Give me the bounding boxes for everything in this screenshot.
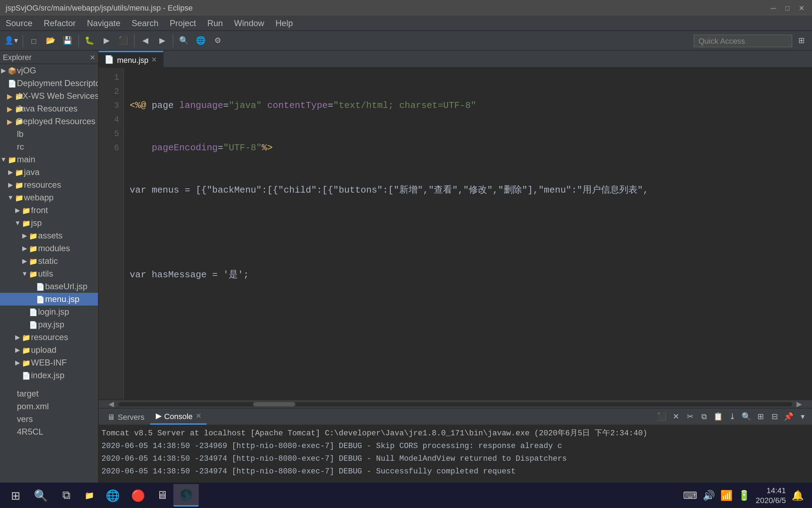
tree-label: 4R5CL bbox=[17, 427, 43, 437]
taskbar-app-3[interactable]: 🔴 bbox=[125, 484, 151, 507]
toolbar-search-btn[interactable]: 🔍 bbox=[176, 33, 192, 48]
taskbar-app-eclipse[interactable]: 🌑 bbox=[173, 484, 199, 507]
toolbar-globe-btn[interactable]: 🌐 bbox=[193, 33, 209, 48]
toolbar-back-btn[interactable]: ◀ bbox=[137, 33, 153, 48]
start-button[interactable]: ⊞ bbox=[3, 483, 28, 508]
tree-item-target[interactable]: target bbox=[0, 387, 98, 400]
tree-item-static[interactable]: ▶ 📁 static bbox=[0, 255, 98, 267]
tree-item-webinf[interactable]: ▶ 📁 WEB-INF bbox=[0, 356, 98, 369]
tree-item-lb[interactable]: lb bbox=[0, 128, 98, 140]
tree-item-menu-jsp[interactable]: 📄 menu.jsp bbox=[0, 293, 98, 306]
quick-access-input[interactable]: Quick Access bbox=[694, 34, 792, 47]
minimize-button[interactable]: ─ bbox=[768, 3, 778, 13]
tree-item-front[interactable]: ▶ 📁 front bbox=[0, 204, 98, 217]
toolbar-profile-btn[interactable]: 👤▾ bbox=[3, 33, 20, 48]
tree-item-login[interactable]: 📄 login.jsp bbox=[0, 306, 98, 318]
console-collapse-btn[interactable]: ⊟ bbox=[768, 410, 781, 423]
toolbar: 👤▾ □ 📂 💾 🐛 ▶ ⬛ ◀ ▶ 🔍 🌐 ⚙ Quick Access ⊞ bbox=[0, 31, 812, 51]
tree-item-resources[interactable]: ▶ 📁 resources bbox=[0, 179, 98, 191]
console-filter-btn[interactable]: 🔍 bbox=[740, 410, 753, 423]
menu-help[interactable]: Help bbox=[270, 16, 299, 30]
tree-item-pom[interactable]: pom.xml bbox=[0, 400, 98, 413]
tray-notifications-icon[interactable]: 🔔 bbox=[792, 490, 804, 501]
close-button[interactable]: ✕ bbox=[796, 3, 806, 13]
tray-network-icon[interactable]: 📶 bbox=[720, 490, 732, 501]
tree-item-java-resources[interactable]: ▶ 📁 Java Resources bbox=[0, 102, 98, 115]
tree-item-utils[interactable]: ▼ 📁 utils bbox=[0, 267, 98, 280]
folder-icon: 📁 bbox=[7, 156, 17, 163]
console-cut-btn[interactable]: ✂ bbox=[684, 410, 696, 423]
menu-refactor[interactable]: Refactor bbox=[38, 16, 81, 30]
toolbar-debug-btn[interactable]: 🐛 bbox=[82, 33, 97, 48]
menu-project[interactable]: Project bbox=[164, 16, 202, 30]
tree-item-vers[interactable]: vers bbox=[0, 413, 98, 425]
taskbar-app-4[interactable]: 🖥 bbox=[151, 484, 173, 507]
tree-item-modules[interactable]: ▶ 📁 modules bbox=[0, 242, 98, 255]
tray-keyboard-icon[interactable]: ⌨ bbox=[683, 490, 697, 501]
tree-arrow: ▶ bbox=[14, 359, 21, 366]
menu-window[interactable]: Window bbox=[228, 16, 270, 30]
tree-item-rc[interactable]: rc bbox=[0, 140, 98, 153]
tray-clock[interactable]: 14:41 2020/6/5 bbox=[756, 485, 786, 505]
tree-item-pay[interactable]: 📄 pay.jsp bbox=[0, 318, 98, 331]
toolbar-new-btn[interactable]: □ bbox=[26, 33, 42, 48]
console-paste-btn[interactable]: 📋 bbox=[712, 410, 725, 423]
tree-label: login.jsp bbox=[38, 307, 69, 317]
toolbar-perspective-btn[interactable]: ⊞ bbox=[794, 33, 809, 48]
explorer-close-button[interactable]: ✕ bbox=[90, 53, 95, 61]
taskbar-task-view-btn[interactable]: ⧉ bbox=[54, 483, 79, 508]
toolbar-forward-btn[interactable]: ▶ bbox=[154, 33, 170, 48]
maximize-button[interactable]: □ bbox=[782, 3, 792, 13]
editor-hscroll[interactable]: ◀ ▶ bbox=[99, 399, 812, 408]
toolbar-open-btn[interactable]: 📂 bbox=[43, 33, 59, 48]
tree-item-java[interactable]: ▶ 📁 java bbox=[0, 166, 98, 179]
menu-run[interactable]: Run bbox=[202, 16, 228, 30]
taskbar-search-btn[interactable]: 🔍 bbox=[28, 483, 54, 508]
taskbar-app-chrome[interactable]: 🌐 bbox=[100, 484, 125, 507]
taskbar-app-file-explorer[interactable]: 📁 bbox=[79, 484, 100, 507]
menu-search[interactable]: Search bbox=[126, 16, 164, 30]
toolbar-stop-btn[interactable]: ⬛ bbox=[116, 33, 131, 48]
code-content[interactable]: <%@ page language="java" contentType="te… bbox=[124, 68, 812, 399]
console-copy-btn[interactable]: ⧉ bbox=[698, 410, 710, 423]
tree-item-resources2[interactable]: ▶ 📁 resources bbox=[0, 331, 98, 344]
tree-item-4r5cl[interactable]: 4R5CL bbox=[0, 425, 98, 438]
tree-item-deployed[interactable]: ▶ 📁 Deployed Resources bbox=[0, 115, 98, 128]
tree-item-upload[interactable]: ▶ 📁 upload bbox=[0, 344, 98, 356]
tree-item-jsp[interactable]: ▼ 📁 jsp bbox=[0, 217, 98, 229]
tree-item-main[interactable]: ▼ 📁 main bbox=[0, 153, 98, 166]
tab-servers[interactable]: 🖥 Servers bbox=[102, 409, 150, 425]
console-tab-close[interactable]: ✕ bbox=[196, 412, 201, 420]
console-stop-btn[interactable]: ⬛ bbox=[656, 410, 668, 423]
scroll-right-btn[interactable]: ▶ bbox=[792, 400, 802, 408]
tab-console[interactable]: ▶ Console ✕ bbox=[150, 409, 207, 425]
console-scroll-btn[interactable]: ⤓ bbox=[726, 410, 739, 423]
tree-item-axws[interactable]: ▶ 📁 AX-WS Web Services bbox=[0, 90, 98, 102]
tree-item-index-jsp[interactable]: 📄 index.jsp bbox=[0, 369, 98, 382]
toolbar-run-btn[interactable]: ▶ bbox=[99, 33, 114, 48]
menu-source[interactable]: Source bbox=[0, 16, 38, 30]
tab-close-button[interactable]: ✕ bbox=[151, 56, 157, 64]
menu-navigate[interactable]: Navigate bbox=[81, 16, 126, 30]
toolbar-save-btn[interactable]: 💾 bbox=[60, 33, 75, 48]
console-menu-btn[interactable]: ▾ bbox=[796, 410, 809, 423]
scroll-left-btn[interactable]: ◀ bbox=[109, 400, 118, 408]
code-editor[interactable]: 1 2 3 4 5 6 <%@ page language="java" con… bbox=[99, 68, 812, 399]
tree-item-webapp[interactable]: ▼ 📁 webapp bbox=[0, 191, 98, 204]
tree-arrow: ▶ bbox=[21, 232, 28, 239]
scroll-track[interactable] bbox=[118, 402, 792, 406]
console-clear-btn[interactable]: ✕ bbox=[670, 410, 682, 423]
tree-item-baseurl[interactable]: 📄 baseUrl.jsp bbox=[0, 280, 98, 293]
code-line-4 bbox=[130, 226, 806, 240]
toolbar-settings-btn[interactable]: ⚙ bbox=[210, 33, 226, 48]
tree-item-deployment[interactable]: 📄 Deployment Descriptor: jspSvjOG bbox=[0, 77, 98, 90]
console-pin-btn[interactable]: 📌 bbox=[782, 410, 795, 423]
tree-label: front bbox=[31, 205, 48, 215]
console-expand-btn[interactable]: ⊞ bbox=[754, 410, 767, 423]
tray-volume-icon[interactable]: 🔊 bbox=[703, 490, 715, 501]
tray-battery-icon[interactable]: 🔋 bbox=[738, 490, 750, 501]
tree-item-vjog[interactable]: ▶ 📦 vjOG bbox=[0, 64, 98, 77]
scroll-thumb[interactable] bbox=[253, 402, 295, 406]
tree-item-assets[interactable]: ▶ 📁 assets bbox=[0, 229, 98, 242]
editor-tab-menu-jsp[interactable]: 📄 menu.jsp ✕ bbox=[99, 51, 163, 67]
